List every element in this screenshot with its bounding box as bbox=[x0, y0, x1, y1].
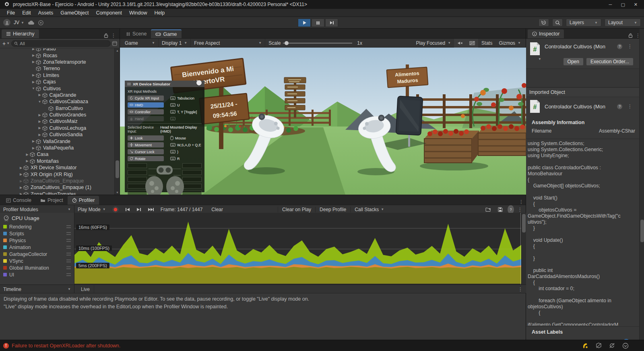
expand-arrow-icon[interactable]: ▶ bbox=[25, 159, 30, 163]
expand-arrow-icon[interactable]: ▶ bbox=[37, 133, 42, 137]
xr-row-movement[interactable]: MovementW,S,A,D + Q,E bbox=[128, 142, 202, 148]
hierarchy-item[interactable]: ▶CultivosMaiz bbox=[0, 118, 120, 125]
script-menu-icon[interactable]: ⋮ bbox=[625, 104, 634, 109]
progress-tasks-icon[interactable] bbox=[622, 343, 629, 349]
legend-physics[interactable]: Physics bbox=[0, 237, 74, 244]
hierarchy-item[interactable]: ▶Montañas bbox=[0, 158, 120, 164]
profiler-menu-icon[interactable]: ⋮ bbox=[516, 207, 526, 212]
expand-arrow-icon[interactable]: ▶ bbox=[19, 179, 23, 183]
menu-gameobject[interactable]: GameObject bbox=[57, 9, 92, 17]
inspector-scrollbar[interactable] bbox=[639, 29, 644, 340]
menu-file[interactable]: File bbox=[3, 9, 19, 17]
hierarchy-item[interactable]: ▶Casa bbox=[0, 151, 120, 158]
lock-icon[interactable] bbox=[104, 33, 108, 38]
legend-rendering[interactable]: Rendering bbox=[0, 223, 74, 230]
maximize-button[interactable]: ▢ bbox=[621, 2, 625, 7]
hierarchy-item[interactable]: ▶Pasto bbox=[0, 48, 120, 52]
script-menu-icon[interactable]: ⋮ bbox=[625, 44, 634, 49]
expand-arrow-icon[interactable]: ▶ bbox=[31, 80, 36, 84]
expand-arrow-icon[interactable]: ▶ bbox=[31, 60, 36, 64]
expand-arrow-icon[interactable]: ▶ bbox=[31, 54, 36, 57]
xr-button[interactable]: Rotate bbox=[128, 156, 164, 161]
hierarchy-item[interactable]: ▶CajaGrande bbox=[0, 92, 120, 98]
xr-row-hand[interactable]: Hand bbox=[128, 116, 202, 122]
search-window-icon[interactable] bbox=[112, 41, 117, 46]
expand-arrow-icon[interactable]: ▶ bbox=[31, 73, 36, 77]
vsync-icon[interactable] bbox=[466, 39, 478, 48]
timeline-dropdown[interactable]: Timeline▼ bbox=[0, 285, 74, 294]
xr-button[interactable]: Controller bbox=[128, 109, 164, 114]
game-viewport[interactable]: Bienvenido a Mi HuertoVR 25/11/24 - 09:5… bbox=[120, 48, 526, 195]
drag-handle-icon[interactable] bbox=[66, 246, 71, 249]
tab-project[interactable]: Project bbox=[36, 196, 68, 205]
drag-handle-icon[interactable] bbox=[66, 232, 71, 235]
hierarchy-search-input[interactable]: All bbox=[11, 40, 111, 47]
expand-arrow-icon[interactable]: ▶ bbox=[19, 166, 23, 170]
account-menu[interactable]: JV▼ bbox=[14, 20, 24, 25]
expand-arrow-icon[interactable]: ▶ bbox=[31, 139, 36, 143]
hierarchy-menu-icon[interactable]: ⋮ bbox=[109, 33, 118, 38]
account-avatar[interactable] bbox=[3, 19, 10, 26]
expand-arrow-icon[interactable]: ▶ bbox=[19, 186, 23, 189]
drag-handle-icon[interactable] bbox=[66, 266, 71, 269]
hierarchy-item[interactable]: ▶ZonaCultivoTomates bbox=[0, 191, 120, 195]
expand-arrow-icon[interactable]: ▶ bbox=[37, 120, 42, 123]
hierarchy-item[interactable]: ▶XR Device Simulator bbox=[0, 164, 120, 171]
legend-global-illumination[interactable]: Global Illumination bbox=[0, 264, 74, 271]
expand-arrow-icon[interactable]: ▼ bbox=[31, 87, 36, 90]
layout-dropdown[interactable]: Layout▼ bbox=[605, 19, 641, 27]
hierarchy-item[interactable]: ▶XR Origin (XR Rig) bbox=[0, 171, 120, 177]
hierarchy-item[interactable]: ▶CultivosSandia bbox=[0, 131, 120, 138]
hierarchy-item[interactable]: ▶Rocas bbox=[0, 52, 120, 58]
search-icon[interactable] bbox=[552, 19, 563, 27]
menu-component[interactable]: Component bbox=[92, 9, 126, 17]
lock-icon[interactable] bbox=[628, 33, 633, 38]
tab-game[interactable]: Game bbox=[151, 29, 181, 38]
play-focused-dropdown[interactable]: Play Focused▼ bbox=[413, 39, 454, 48]
detail-menu-icon[interactable]: ⋮ bbox=[516, 287, 526, 292]
xr-button[interactable]: Movement bbox=[128, 142, 164, 147]
tab-console[interactable]: Console bbox=[2, 196, 36, 205]
xr-row-cursor-lock[interactable]: Cursor Lock) bbox=[128, 149, 202, 155]
drag-handle-icon[interactable] bbox=[66, 260, 71, 262]
scale-slider[interactable]: Scale 1x bbox=[265, 39, 365, 48]
hierarchy-item[interactable]: ▶VallaPequeña bbox=[0, 145, 120, 151]
hierarchy-item[interactable]: ▶ZonaCultivos_Empaque (1) bbox=[0, 184, 120, 191]
display-dropdown[interactable]: Display 1▼ bbox=[159, 39, 191, 48]
xr-simulator-titlebar[interactable]: XR Device Simulator bbox=[125, 81, 204, 87]
undo-history-icon[interactable] bbox=[539, 19, 549, 27]
tab-profiler[interactable]: Profiler bbox=[68, 196, 99, 205]
help-icon[interactable]: ? bbox=[617, 44, 622, 49]
live-toggle[interactable]: Live bbox=[77, 285, 94, 294]
hierarchy-item[interactable]: ▶CultivosLechuga bbox=[0, 125, 120, 131]
xr-button[interactable]: Look bbox=[128, 135, 164, 141]
chart-scrollbar[interactable] bbox=[521, 213, 526, 285]
step-button[interactable] bbox=[325, 19, 338, 27]
menu-window[interactable]: Window bbox=[126, 9, 151, 17]
expand-arrow-icon[interactable]: ▶ bbox=[37, 126, 42, 130]
expand-arrow-icon[interactable]: ▶ bbox=[37, 113, 42, 117]
menu-assets[interactable]: Assets bbox=[35, 9, 57, 17]
legend-vsync[interactable]: VSync bbox=[0, 258, 74, 264]
gizmos-dropdown[interactable]: Gizmos▼ bbox=[495, 39, 524, 48]
close-button[interactable]: ✕ bbox=[634, 2, 638, 7]
plastic-scm-icon[interactable] bbox=[38, 20, 44, 26]
legend-garbagecollector[interactable]: GarbageCollector bbox=[0, 251, 74, 258]
expand-arrow-icon[interactable]: ▶ bbox=[25, 153, 30, 156]
minimize-button[interactable]: ─ bbox=[609, 2, 612, 7]
hierarchy-item[interactable]: ▶ZonaCultivos_Empaque bbox=[0, 178, 120, 184]
hierarchy-item[interactable]: ▶CultivosGrandes bbox=[0, 112, 120, 118]
xr-row-cycle-xr-input[interactable]: Cycle XR InputTabulacion bbox=[128, 95, 202, 101]
cloud-icon[interactable] bbox=[27, 20, 35, 25]
xr-button[interactable]: Cursor Lock bbox=[128, 149, 164, 154]
tab-hierarchy[interactable]: Hierarchy bbox=[2, 29, 39, 38]
create-button[interactable]: +▼ bbox=[2, 40, 10, 47]
expand-arrow-icon[interactable]: ▶ bbox=[19, 172, 23, 176]
layers-dropdown[interactable]: Layers▼ bbox=[566, 19, 601, 27]
cpu-usage-chart[interactable]: 16ms (60FPS)10ms (100FPS)5ms (200FPS) bbox=[74, 213, 521, 285]
refresh-disabled-icon[interactable] bbox=[609, 343, 615, 349]
hierarchy-item[interactable]: Terreno bbox=[0, 65, 120, 72]
open-button[interactable]: Open bbox=[563, 58, 584, 66]
display-target-dropdown[interactable]: Game▼ bbox=[122, 39, 159, 48]
legend-ui[interactable]: UI bbox=[0, 271, 74, 278]
